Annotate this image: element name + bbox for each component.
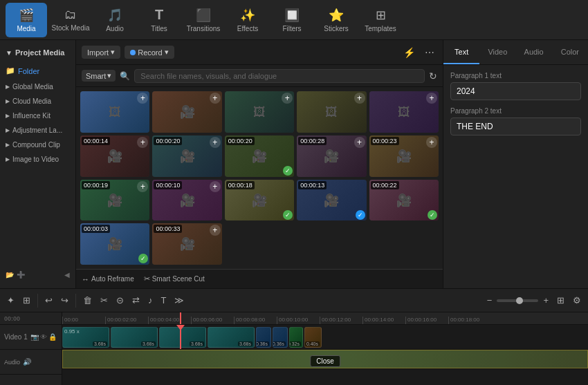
add-media-btn[interactable]: +: [354, 137, 365, 148]
sidebar-adjustment-layer[interactable]: ▶ Adjustment La...: [0, 123, 75, 138]
paragraph1-input[interactable]: [450, 82, 581, 100]
tl-paste-btn[interactable]: ⇄: [129, 294, 143, 307]
tl-settings-btn[interactable]: ⚙: [570, 294, 584, 307]
audio-speaker-icon[interactable]: 🔊: [23, 358, 31, 366]
tl-undo-btn[interactable]: ↩: [42, 294, 55, 307]
tl-text-btn[interactable]: T: [158, 294, 169, 307]
toolbar-effects[interactable]: ✨ Effects: [227, 3, 268, 37]
tab-audio[interactable]: Audio: [516, 40, 552, 64]
media-card-img4437[interactable]: 🖼 + 📷 🏷 IMG_4437: [80, 91, 149, 133]
paragraph2-input[interactable]: [450, 118, 581, 135]
media-card-img2602[interactable]: 🎥 00:00:10 + 📷 IMG_2602: [152, 180, 221, 221]
media-card-img3856[interactable]: 🎥 00:00:14 + 📷 IMG_3856: [80, 135, 149, 177]
auto-reframe-button[interactable]: ↔ Auto Reframe: [79, 274, 137, 285]
toolbar-effects-label: Effects: [237, 25, 258, 32]
media-card-img3889[interactable]: 🖼 + 📷 IMG_3889: [369, 91, 439, 133]
tl-zoom-out-btn[interactable]: −: [484, 294, 495, 307]
media-card-img1914[interactable]: 🎥 00:00:22 ✓ 📷 IMG_1914: [369, 180, 439, 221]
tl-more-btn[interactable]: ≫: [172, 294, 187, 307]
add-media-btn[interactable]: +: [426, 93, 437, 104]
track-clip-6[interactable]: 0.36s: [273, 327, 288, 348]
track-clip-2[interactable]: 3.68s: [111, 327, 158, 348]
new-folder-icon[interactable]: ➕: [17, 271, 25, 279]
add-folder-icon[interactable]: 📂: [6, 271, 14, 279]
toolbar-transitions[interactable]: ⬛ Transitions: [183, 3, 224, 37]
search-input[interactable]: [134, 69, 425, 83]
media-card-img3925[interactable]: 🖼 + 📷 IMG_3925: [225, 91, 294, 133]
track-clip-7[interactable]: 0.32s: [289, 327, 303, 348]
ruler-mark-2: 00:00:02:00: [105, 317, 148, 324]
tl-redo-btn[interactable]: ↪: [58, 294, 71, 307]
track-clip-5[interactable]: 0.36s: [256, 327, 271, 348]
record-button[interactable]: Record ▾: [125, 46, 174, 59]
media-card-img3566[interactable]: 🎥 00:00:20 + 📷 IMG_3566: [152, 135, 221, 177]
add-media-btn[interactable]: +: [354, 93, 365, 104]
add-media-btn[interactable]: +: [137, 181, 148, 192]
media-card-img3924[interactable]: 🖼 + 📷 IMG_3924: [297, 91, 366, 133]
toolbar-templates-label: Templates: [365, 25, 396, 32]
add-media-btn[interactable]: +: [210, 181, 221, 192]
add-media-btn[interactable]: +: [210, 93, 221, 104]
add-media-btn[interactable]: +: [210, 137, 221, 148]
media-check-mark: ✓: [428, 210, 437, 220]
media-card-img3193[interactable]: 🎥 00:00:28 + 📷 IMG_3193: [297, 135, 366, 177]
tab-video[interactable]: Video: [479, 40, 515, 64]
refresh-button[interactable]: ↻: [429, 71, 437, 82]
tl-zoom-in-btn[interactable]: +: [540, 294, 551, 307]
filter-icon-btn[interactable]: ⚡: [401, 46, 418, 59]
media-card-img3195[interactable]: 🎥 00:00:20 ✓ 📷 IMG_3195: [225, 135, 294, 177]
toolbar-stock-media[interactable]: 🗂 Stock Media: [50, 3, 91, 37]
sidebar-global-media[interactable]: ▶ Global Media: [0, 79, 75, 94]
toolbar-filters[interactable]: 🔲 Filters: [271, 3, 313, 37]
ruler-mark-12: 00:00:12:00: [320, 317, 362, 324]
tl-zoom-slider[interactable]: [497, 299, 538, 302]
import-button[interactable]: Import ▾: [82, 46, 120, 59]
sidebar-compound-clip[interactable]: ▶ Compound Clip: [0, 138, 75, 152]
tl-grid-view-btn[interactable]: ⊞: [554, 294, 567, 307]
track-eye-icon[interactable]: 👁: [40, 333, 47, 341]
add-media-btn[interactable]: +: [210, 225, 221, 236]
media-check-mark: ✓: [283, 210, 293, 220]
smart-label: Smart: [86, 72, 106, 80]
toolbar-templates[interactable]: ⊞ Templates: [360, 3, 401, 37]
track-clip-4[interactable]: 3.68s: [208, 327, 255, 348]
tl-snap-btn[interactable]: ✦: [4, 294, 17, 307]
tl-grid-btn[interactable]: ⊞: [20, 294, 33, 307]
filters-icon: 🔲: [284, 8, 300, 23]
sidebar-image-to-video[interactable]: ▶ Image to Video: [0, 152, 75, 167]
main-area: ▼ Project Media 📁 Folder ▶ Global Media …: [0, 40, 588, 288]
collapse-sidebar-icon[interactable]: ◀: [64, 271, 70, 279]
close-button[interactable]: Close: [310, 355, 340, 367]
track-clip-3[interactable]: 3.68s: [159, 327, 206, 348]
media-card-img2570[interactable]: 🎥 00:00:18 ✓ 📷 IMG_2570: [225, 180, 294, 221]
media-card-img1885[interactable]: 🎥 00:00:03 ✓ 📷 IMG_1885: [80, 223, 149, 265]
tl-delete-btn[interactable]: 🗑: [80, 294, 95, 307]
track-lock-icon[interactable]: 🔒: [48, 333, 57, 341]
sidebar-cloud-media[interactable]: ▶ Cloud Media: [0, 94, 75, 109]
toolbar-media[interactable]: 🎬 Media: [6, 3, 47, 37]
arrow-icon: ▶: [6, 142, 10, 148]
media-card-img2231[interactable]: 🎥 00:00:13 ✓ 📷 IMG_2231: [297, 180, 366, 221]
track-clip-8[interactable]: 0.40s: [304, 327, 322, 348]
more-options-btn[interactable]: ⋯: [422, 46, 437, 59]
tl-cut-btn[interactable]: ✂: [98, 294, 111, 307]
add-media-btn[interactable]: +: [426, 137, 437, 148]
toolbar-audio[interactable]: 🎵 Audio: [94, 3, 136, 37]
media-card-img2731[interactable]: 🎥 00:00:19 + 📷 IMG_2731: [80, 180, 149, 221]
sidebar-folder[interactable]: 📁 Folder: [0, 62, 75, 79]
toolbar-titles[interactable]: T Titles: [138, 3, 180, 37]
media-card-img3170[interactable]: 🎥 00:00:23 + 📷 IMG_3170: [369, 135, 439, 177]
track-camera-icon[interactable]: 📷: [30, 333, 39, 341]
tl-audio-btn[interactable]: ♪: [145, 294, 156, 307]
smart-scene-cut-button[interactable]: ✂ Smart Scene Cut: [141, 273, 208, 285]
media-card-img1785[interactable]: 🎥 00:00:33 + 📷 IMG_1785: [152, 223, 221, 265]
sidebar-influence-kit[interactable]: ▶ Influence Kit: [0, 109, 75, 123]
tab-color[interactable]: Color: [552, 40, 588, 64]
arrow-icon: ▶: [6, 98, 10, 104]
toolbar-stickers[interactable]: ⭐ Stickers: [315, 3, 357, 37]
smart-filter-button[interactable]: Smart ▾: [82, 70, 116, 82]
tab-text[interactable]: Text: [443, 40, 479, 64]
media-card-v14044[interactable]: 🎥 + 📷 v14044g50000c...: [152, 91, 221, 133]
track-clip-1[interactable]: 0.95 x 3.68s: [62, 327, 109, 348]
tl-copy-btn[interactable]: ⊝: [113, 294, 127, 307]
